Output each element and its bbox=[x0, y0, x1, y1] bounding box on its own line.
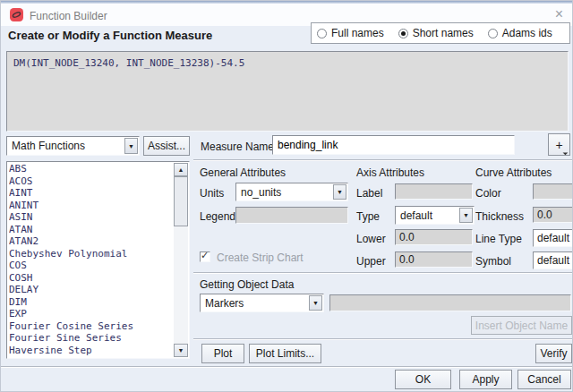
curve-line-type-label: Line Type bbox=[475, 233, 522, 245]
curve-line-type-field[interactable]: default bbox=[533, 229, 573, 247]
scroll-up-icon[interactable]: ▲ bbox=[174, 163, 188, 176]
object-name-field[interactable] bbox=[329, 294, 571, 311]
radio-adams-ids[interactable]: Adams ids bbox=[488, 27, 552, 39]
expression-input[interactable]: DM(INT_NODE_13240, INT_NODE_13238)-54.5 bbox=[6, 51, 569, 132]
adams-app-icon bbox=[10, 8, 23, 21]
axis-type-dropdown[interactable]: default ▼ bbox=[395, 206, 475, 225]
chevron-down-icon[interactable]: ▼ bbox=[124, 138, 138, 154]
separator bbox=[193, 159, 573, 161]
scrollbar[interactable]: ▲ ▼ bbox=[174, 163, 188, 357]
radio-icon[interactable] bbox=[317, 29, 327, 38]
dropdown-value: Math Functions bbox=[7, 140, 124, 152]
legend-label: Legend bbox=[200, 210, 235, 223]
radio-icon[interactable] bbox=[488, 29, 498, 38]
separator bbox=[193, 338, 573, 340]
scroll-down-icon[interactable]: ▼ bbox=[174, 344, 188, 357]
curve-symbol-label: Symbol bbox=[475, 255, 511, 268]
function-list-item[interactable]: ASIN bbox=[9, 211, 173, 224]
separator bbox=[193, 272, 573, 274]
function-list-item[interactable]: ANINT bbox=[9, 200, 173, 212]
units-label: Units bbox=[200, 187, 224, 200]
function-list-item[interactable]: DIM bbox=[9, 296, 173, 309]
function-list-item[interactable]: Impact-Type Contact bbox=[9, 356, 173, 358]
insert-object-name-button: Insert Object Name bbox=[471, 316, 572, 335]
radio-short-names[interactable]: Short names bbox=[398, 27, 474, 39]
curve-color-label: Color bbox=[475, 187, 501, 200]
curve-color-field[interactable] bbox=[533, 183, 573, 200]
add-measure-button[interactable]: + bbox=[548, 133, 570, 156]
page-title: Create or Modify a Function Measure bbox=[8, 29, 212, 42]
object-source-dropdown[interactable]: Markers ▼ bbox=[200, 294, 324, 312]
axis-upper-field[interactable]: 0.0 bbox=[395, 251, 473, 268]
function-list-item[interactable]: Chebyshev Polynomial bbox=[9, 248, 173, 260]
window-title: Function Builder bbox=[30, 10, 107, 22]
function-category-dropdown[interactable]: Math Functions ▼ bbox=[6, 136, 140, 156]
function-list-item[interactable]: ATAN2 bbox=[9, 235, 173, 248]
function-list-item[interactable]: Haversine Step bbox=[9, 345, 173, 357]
curve-thickness-label: Thickness bbox=[475, 210, 524, 223]
axis-lower-label: Lower bbox=[356, 233, 386, 245]
axis-type-label: Type bbox=[356, 210, 380, 223]
radio-full-names[interactable]: Full names bbox=[317, 27, 384, 39]
function-list-item[interactable]: EXP bbox=[9, 308, 173, 320]
general-attributes-title: General Attributes bbox=[200, 166, 286, 179]
curve-thickness-field[interactable]: 0.0 bbox=[533, 207, 573, 223]
function-list-item[interactable]: COSH bbox=[9, 272, 173, 285]
function-list-item[interactable]: ATAN bbox=[9, 224, 173, 236]
function-list-item[interactable]: ACOS bbox=[9, 175, 173, 188]
function-list-item[interactable]: COS bbox=[9, 260, 173, 272]
dropdown-value: Markers bbox=[201, 297, 309, 310]
create-strip-chart-checkbox[interactable]: ✓ bbox=[200, 251, 210, 262]
curve-attributes-title: Curve Attributes bbox=[475, 166, 552, 179]
axis-lower-field[interactable]: 0.0 bbox=[395, 229, 473, 245]
plot-limits-button[interactable]: Plot Limits... bbox=[249, 344, 321, 363]
plot-button[interactable]: Plot bbox=[201, 344, 244, 363]
scrollbar-thumb[interactable] bbox=[174, 176, 188, 226]
function-builder-dialog: Function Builder × Create or Modify a Fu… bbox=[0, 0, 573, 392]
chevron-down-icon[interactable]: ▼ bbox=[333, 184, 346, 200]
more-options-corner-icon bbox=[560, 148, 568, 155]
dropdown-value: default bbox=[396, 209, 459, 222]
legend-field[interactable] bbox=[235, 207, 348, 224]
function-list-item[interactable]: AINT bbox=[9, 187, 173, 200]
measure-name-input[interactable] bbox=[272, 135, 515, 155]
verify-button[interactable]: Verify bbox=[535, 344, 572, 363]
radio-icon[interactable] bbox=[398, 29, 408, 38]
units-dropdown[interactable]: no_units ▼ bbox=[235, 183, 348, 201]
close-icon[interactable]: × bbox=[555, 7, 563, 21]
apply-button[interactable]: Apply bbox=[459, 370, 512, 389]
separator bbox=[1, 366, 573, 368]
radio-label: Full names bbox=[331, 27, 384, 39]
assist-button[interactable]: Assist... bbox=[143, 136, 190, 156]
axis-label-label: Label bbox=[356, 187, 382, 200]
getting-object-data-title: Getting Object Data bbox=[200, 278, 294, 291]
axis-label-field[interactable] bbox=[395, 183, 473, 200]
create-strip-chart-label: Create Strip Chart bbox=[217, 251, 304, 264]
chevron-down-icon[interactable]: ▼ bbox=[309, 295, 322, 311]
ok-button[interactable]: OK bbox=[395, 370, 451, 389]
measure-name-label: Measure Name bbox=[201, 141, 274, 153]
function-list-item[interactable]: Fourier Cosine Series bbox=[9, 320, 173, 333]
function-list[interactable]: ABSACOSAINTANINTASINATANATAN2Chebyshev P… bbox=[6, 161, 190, 359]
name-mode-radio-group: Full names Short names Adams ids bbox=[311, 22, 570, 44]
function-list-item[interactable]: DELAY bbox=[9, 284, 173, 296]
dropdown-value: no_units bbox=[236, 186, 333, 199]
radio-label: Adams ids bbox=[502, 27, 552, 39]
function-list-item[interactable]: Fourier Sine Series bbox=[9, 332, 173, 345]
axis-attributes-title: Axis Attributes bbox=[356, 166, 424, 179]
curve-symbol-field[interactable]: default bbox=[533, 251, 573, 269]
chevron-down-icon[interactable]: ▼ bbox=[459, 208, 473, 223]
function-list-item[interactable]: ABS bbox=[9, 163, 173, 175]
cancel-button[interactable]: Cancel bbox=[517, 370, 571, 389]
radio-label: Short names bbox=[413, 27, 474, 39]
axis-upper-label: Upper bbox=[356, 255, 386, 268]
